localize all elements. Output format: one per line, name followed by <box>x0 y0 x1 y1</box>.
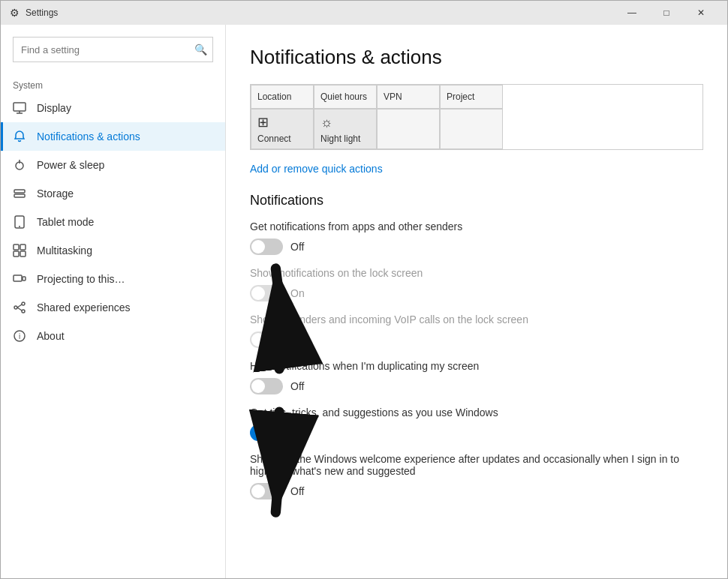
search-box[interactable]: 🔍 <box>13 37 213 62</box>
add-remove-link[interactable]: Add or remove quick actions <box>250 163 383 175</box>
quick-action-empty-2 <box>440 109 503 149</box>
toggle-3[interactable] <box>250 378 283 394</box>
svg-line-18 <box>17 304 22 308</box>
system-label: System <box>1 74 225 94</box>
sidebar-item-storage[interactable]: Storage <box>1 179 225 208</box>
settings-window: ⚙ Settings — □ ✕ 🔍 System <box>0 0 728 579</box>
toggle-label-4: On <box>290 427 305 439</box>
power-icon <box>13 158 26 172</box>
toggle-label-5: Off <box>290 485 304 497</box>
quick-action-quiet-hours[interactable]: Quiet hours <box>314 85 377 109</box>
window-title: Settings <box>26 8 58 18</box>
search-input[interactable] <box>14 40 188 60</box>
sidebar-item-label: Display <box>37 102 71 114</box>
notification-row-1: Show notifications on the lock screen On <box>250 267 703 302</box>
sidebar-item-label: Power & sleep <box>37 159 104 171</box>
sidebar-item-projecting[interactable]: Projecting to this… <box>1 265 225 293</box>
notification-row-2: Show reminders and incoming VoIP calls o… <box>250 314 703 348</box>
connect-label: Connect <box>257 134 291 144</box>
svg-rect-6 <box>14 194 25 197</box>
tablet-icon <box>13 215 26 229</box>
toggle-label-0: Off <box>290 241 304 253</box>
svg-rect-9 <box>14 244 19 250</box>
display-icon <box>13 101 26 115</box>
sidebar-item-shared[interactable]: Shared experiences <box>1 293 225 322</box>
nightlight-icon: ☼ <box>320 115 333 130</box>
page-title: Notifications & actions <box>250 46 703 69</box>
titlebar-controls: — □ ✕ <box>615 1 718 25</box>
shared-icon <box>13 301 26 314</box>
main-content: Notifications & actions Location Quiet h… <box>226 25 727 532</box>
toggle-row-1: On <box>250 285 703 302</box>
notification-row-4: Get tips, tricks, and suggestions as you… <box>250 406 703 441</box>
notifications-icon <box>13 130 26 143</box>
toggle-label-3: Off <box>290 380 304 392</box>
quick-action-empty-1 <box>377 109 440 149</box>
notification-label-5: Show me the Windows welcome experience a… <box>250 453 703 477</box>
settings-gear-icon: ⚙ <box>10 7 20 19</box>
search-button[interactable]: 🔍 <box>188 38 212 62</box>
titlebar-left: ⚙ Settings <box>10 7 58 19</box>
sidebar-item-label: Tablet mode <box>37 216 94 228</box>
notification-label-3: Hide notifications when I'm duplicating … <box>250 360 703 372</box>
svg-point-16 <box>22 310 25 313</box>
notification-label-2: Show reminders and incoming VoIP calls o… <box>250 314 703 326</box>
close-button[interactable]: ✕ <box>684 1 718 25</box>
toggle-row-2: On <box>250 332 703 348</box>
notification-row-5: Show me the Windows welcome experience a… <box>250 453 703 500</box>
svg-rect-5 <box>14 190 25 193</box>
svg-point-17 <box>14 306 17 309</box>
svg-point-15 <box>22 302 25 305</box>
sidebar-item-label: Notifications & actions <box>37 130 140 142</box>
sidebar-item-notifications[interactable]: Notifications & actions <box>1 122 225 151</box>
quick-action-location[interactable]: Location <box>251 85 314 109</box>
svg-rect-14 <box>23 277 26 280</box>
sidebar-item-display[interactable]: Display <box>1 94 225 122</box>
svg-rect-0 <box>14 103 26 111</box>
svg-rect-11 <box>14 251 19 256</box>
toggle-row-3: Off <box>250 378 703 394</box>
multitasking-icon <box>13 244 26 257</box>
svg-text:i: i <box>19 332 20 340</box>
notification-row-0: Get notifications from apps and other se… <box>250 220 703 255</box>
quick-action-project[interactable]: Project <box>440 85 503 109</box>
titlebar: ⚙ Settings — □ ✕ <box>1 1 727 25</box>
quick-action-connect[interactable]: ⊞ Connect <box>251 109 314 149</box>
toggle-label-2: On <box>290 334 305 346</box>
main-wrapper: Notifications & actions Location Quiet h… <box>226 25 727 578</box>
connect-icon: ⊞ <box>257 114 269 130</box>
sidebar-item-label: About <box>37 330 65 342</box>
sidebar-item-about[interactable]: i About <box>1 322 225 350</box>
sidebar-item-label: Multitasking <box>37 244 92 256</box>
svg-rect-13 <box>14 275 22 281</box>
sidebar-item-power[interactable]: Power & sleep <box>1 151 225 179</box>
sidebar-item-label: Storage <box>37 188 74 200</box>
maximize-button[interactable]: □ <box>649 1 684 25</box>
notification-row-3: Hide notifications when I'm duplicating … <box>250 360 703 394</box>
toggle-row-0: Off <box>250 238 703 255</box>
storage-icon <box>13 187 26 200</box>
window-content: 🔍 System Display <box>1 25 727 578</box>
about-icon: i <box>13 329 26 343</box>
minimize-button[interactable]: — <box>615 1 649 25</box>
notification-label-4: Get tips, tricks, and suggestions as you… <box>250 406 703 418</box>
svg-point-8 <box>19 226 20 227</box>
projecting-icon <box>13 272 26 286</box>
quick-action-vpn[interactable]: VPN <box>377 85 440 109</box>
toggle-4[interactable] <box>250 424 283 441</box>
sidebar-item-multitasking[interactable]: Multitasking <box>1 236 225 265</box>
svg-rect-12 <box>20 251 26 256</box>
nightlight-label: Night light <box>320 134 360 144</box>
sidebar: 🔍 System Display <box>1 25 226 578</box>
sidebar-item-label: Shared experiences <box>37 302 131 314</box>
toggle-2 <box>250 332 283 348</box>
notifications-section-title: Notifications <box>250 193 703 208</box>
notification-label-0: Get notifications from apps and other se… <box>250 220 703 232</box>
toggle-0[interactable] <box>250 238 283 255</box>
quick-actions-grid: Location Quiet hours VPN Project ⊞ Conne… <box>250 84 703 150</box>
sidebar-item-tablet[interactable]: Tablet mode <box>1 208 225 236</box>
toggle-1 <box>250 285 283 302</box>
quick-action-nightlight[interactable]: ☼ Night light <box>314 109 377 149</box>
toggle-5[interactable] <box>250 483 283 500</box>
toggle-label-1: On <box>290 287 305 299</box>
